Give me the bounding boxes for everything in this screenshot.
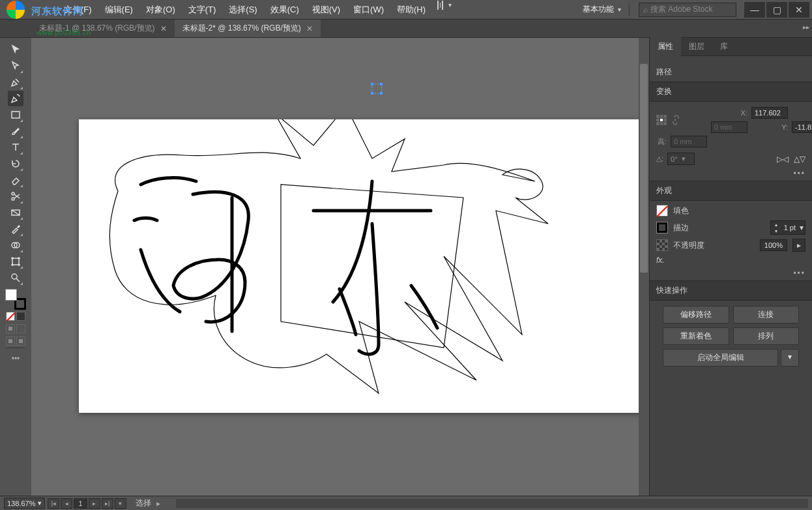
artboard[interactable]: [79, 119, 646, 413]
fill-stroke-swatches[interactable]: [5, 289, 26, 310]
rotate-tool[interactable]: [8, 156, 23, 172]
arrange-button[interactable]: 排列: [733, 327, 800, 345]
opacity-flyout-icon[interactable]: ▸: [792, 239, 805, 252]
gradient-tool[interactable]: [8, 205, 23, 220]
menu-object[interactable]: 对象(O): [139, 0, 182, 20]
watermark-brand: 河东软件网: [31, 5, 83, 18]
global-edit-options-button[interactable]: ▾: [781, 349, 799, 367]
reference-point-picker[interactable]: [656, 115, 667, 125]
menu-view[interactable]: 视图(V): [306, 0, 347, 20]
link-dimensions-icon[interactable]: [671, 115, 681, 125]
artwork-paths[interactable]: [79, 119, 646, 413]
canvas-area[interactable]: [31, 38, 649, 496]
zoom-level-select[interactable]: 138.67% ▾: [4, 498, 45, 509]
pen-tool[interactable]: [8, 74, 23, 90]
search-input[interactable]: ⌕ 搜索 Adobe Stock: [639, 3, 736, 17]
first-artboard-button[interactable]: |◂: [48, 498, 59, 509]
close-icon[interactable]: ✕: [160, 24, 167, 33]
join-button[interactable]: 连接: [733, 306, 800, 323]
artboard-list-button[interactable]: ▾: [115, 498, 126, 509]
flip-vertical-icon[interactable]: △▽: [794, 153, 805, 165]
stroke-weight-stepper[interactable]: ▴ ▾ 1 pt ▾: [770, 220, 805, 235]
y-label: Y:: [751, 123, 788, 131]
width-input[interactable]: [711, 121, 747, 133]
status-flyout-icon[interactable]: ▸: [156, 499, 160, 508]
shape-builder-tool[interactable]: [8, 237, 23, 253]
arrange-documents-icon[interactable]: ▾: [437, 0, 452, 10]
fill-swatch[interactable]: [5, 289, 17, 301]
artboard-number-input[interactable]: 1: [74, 498, 87, 509]
direct-selection-tool[interactable]: [8, 58, 23, 74]
chevron-down-icon[interactable]: ▾: [800, 223, 804, 232]
scissors-tool[interactable]: [8, 188, 23, 204]
appearance-section-header: 外观: [650, 181, 812, 201]
x-input[interactable]: [751, 107, 788, 119]
stroke-color-swatch[interactable]: [656, 222, 668, 233]
opacity-swatch-icon[interactable]: [656, 239, 668, 251]
screen-mode-full[interactable]: [16, 337, 25, 346]
fill-label: 填色: [673, 205, 689, 217]
artboard-tool[interactable]: [8, 254, 23, 269]
transform-section-header: 变换: [650, 82, 812, 102]
next-artboard-button[interactable]: ▸: [89, 498, 100, 509]
tab-libraries[interactable]: 库: [712, 37, 736, 56]
draw-normal-mode[interactable]: [6, 324, 15, 333]
prev-artboard-button[interactable]: ◂: [61, 498, 72, 509]
close-button[interactable]: ✕: [789, 2, 809, 18]
none-color-icon[interactable]: [6, 312, 15, 321]
draw-behind-mode[interactable]: [16, 324, 25, 333]
height-input[interactable]: [671, 136, 707, 147]
global-edit-button[interactable]: 启动全局编辑: [663, 349, 778, 367]
increment-button[interactable]: ▴: [772, 221, 780, 228]
opacity-input[interactable]: 100%: [760, 239, 787, 251]
fx-button[interactable]: fx.: [656, 256, 805, 265]
stroke-label: 描边: [673, 222, 689, 233]
edit-toolbar-button[interactable]: •••: [12, 354, 20, 363]
solid-color-icon[interactable]: [16, 312, 25, 321]
paintbrush-tool[interactable]: [8, 123, 23, 139]
eyedropper-tool[interactable]: [8, 221, 23, 237]
angle-input[interactable]: 0° ▾: [667, 153, 695, 165]
tab-layers[interactable]: 图层: [681, 37, 712, 56]
type-tool[interactable]: [8, 140, 23, 155]
close-icon[interactable]: ✕: [306, 24, 313, 33]
tab-properties[interactable]: 属性: [650, 37, 681, 56]
workspace-switcher[interactable]: 基本功能 ▾: [577, 1, 626, 18]
menu-type[interactable]: 文字(T): [182, 0, 223, 20]
vertical-scrollbar[interactable]: [639, 38, 649, 496]
menu-help[interactable]: 帮助(H): [390, 0, 432, 20]
selection-tool[interactable]: [8, 42, 23, 57]
width-label: 宽:: [792, 108, 812, 118]
document-tab[interactable]: 未标题-1 @ 138.67% (RGB/预览) ✕: [31, 20, 175, 37]
expand-panels-icon[interactable]: ▸▸: [803, 23, 809, 31]
chevron-down-icon: ▾: [618, 6, 621, 13]
window-controls: — ▢ ✕: [743, 2, 809, 18]
last-artboard-button[interactable]: ▸|: [102, 498, 113, 509]
maximize-button[interactable]: ▢: [766, 2, 787, 18]
transform-options-icon[interactable]: •••: [656, 169, 805, 178]
menu-effect[interactable]: 效果(C): [264, 0, 306, 20]
menu-edit[interactable]: 编辑(E): [98, 0, 139, 20]
rectangle-tool[interactable]: [8, 107, 23, 123]
eraser-tool[interactable]: [8, 172, 23, 188]
y-input[interactable]: [792, 121, 812, 133]
decrement-button[interactable]: ▾: [772, 228, 780, 234]
horizontal-scrollbar[interactable]: [176, 499, 808, 508]
svg-rect-0: [12, 112, 20, 118]
fill-color-swatch[interactable]: [656, 205, 668, 217]
offset-path-button[interactable]: 偏移路径: [663, 306, 729, 323]
appearance-options-icon[interactable]: •••: [656, 269, 805, 278]
minimize-button[interactable]: —: [744, 2, 765, 18]
menu-window[interactable]: 窗口(W): [347, 0, 390, 20]
curvature-tool[interactable]: [8, 91, 23, 106]
zoom-tool[interactable]: [8, 270, 23, 286]
selection-bounding-box[interactable]: [371, 83, 382, 94]
screen-mode[interactable]: [6, 337, 15, 346]
svg-point-1: [12, 192, 14, 195]
menu-select[interactable]: 选择(S): [222, 0, 263, 20]
flip-horizontal-icon[interactable]: ▷◁: [777, 153, 789, 165]
recolor-button[interactable]: 重新着色: [663, 327, 729, 345]
chevron-down-icon: ▾: [38, 499, 42, 507]
scrollbar-thumb[interactable]: [640, 64, 648, 273]
document-tab[interactable]: 未标题-2* @ 138.67% (RGB/预览) ✕: [175, 20, 321, 37]
